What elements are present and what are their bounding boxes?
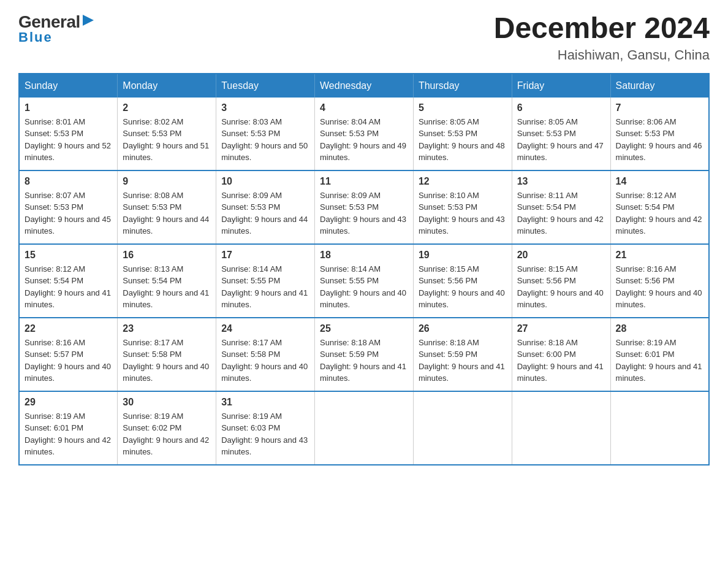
day-number: 13 (517, 176, 605, 187)
day-number: 24 (221, 323, 309, 334)
calendar-cell (315, 391, 414, 465)
calendar-cell: 2Sunrise: 8:02 AMSunset: 5:53 PMDaylight… (118, 98, 216, 170)
weekday-header-wednesday: Wednesday (315, 74, 414, 98)
day-number: 14 (616, 176, 703, 187)
weekday-header-monday: Monday (118, 74, 216, 98)
day-info: Sunrise: 8:19 AMSunset: 6:02 PMDaylight:… (123, 412, 209, 457)
day-number: 9 (123, 176, 211, 187)
day-number: 26 (419, 323, 507, 334)
day-info: Sunrise: 8:03 AMSunset: 5:53 PMDaylight:… (221, 117, 308, 163)
calendar-cell: 4Sunrise: 8:04 AMSunset: 5:53 PMDaylight… (315, 98, 414, 170)
calendar-cell (413, 391, 512, 465)
day-info: Sunrise: 8:19 AMSunset: 6:01 PMDaylight:… (25, 412, 111, 457)
day-number: 5 (419, 102, 507, 113)
day-number: 16 (123, 250, 211, 261)
location-subtitle: Haishiwan, Gansu, China (494, 47, 710, 63)
day-info: Sunrise: 8:05 AMSunset: 5:53 PMDaylight:… (419, 117, 505, 163)
day-info: Sunrise: 8:16 AMSunset: 5:56 PMDaylight:… (616, 264, 702, 310)
day-number: 10 (221, 176, 309, 187)
calendar-cell: 25Sunrise: 8:18 AMSunset: 5:59 PMDayligh… (315, 318, 414, 391)
calendar-week-row: 1Sunrise: 8:01 AMSunset: 5:53 PMDaylight… (19, 98, 709, 170)
calendar-cell: 6Sunrise: 8:05 AMSunset: 5:53 PMDaylight… (512, 98, 610, 170)
day-number: 17 (221, 250, 309, 261)
calendar-cell: 27Sunrise: 8:18 AMSunset: 6:00 PMDayligh… (512, 318, 610, 391)
day-number: 27 (517, 323, 605, 334)
calendar-cell (610, 391, 709, 465)
day-info: Sunrise: 8:19 AMSunset: 6:01 PMDaylight:… (616, 338, 702, 383)
weekday-header-row: SundayMondayTuesdayWednesdayThursdayFrid… (19, 74, 709, 98)
calendar-week-row: 29Sunrise: 8:19 AMSunset: 6:01 PMDayligh… (19, 391, 709, 465)
calendar-cell: 31Sunrise: 8:19 AMSunset: 6:03 PMDayligh… (216, 391, 315, 465)
calendar-cell: 21Sunrise: 8:16 AMSunset: 5:56 PMDayligh… (610, 244, 709, 318)
calendar-cell: 19Sunrise: 8:15 AMSunset: 5:56 PMDayligh… (413, 244, 512, 318)
day-info: Sunrise: 8:06 AMSunset: 5:53 PMDaylight:… (616, 117, 702, 163)
day-info: Sunrise: 8:11 AMSunset: 5:54 PMDaylight:… (517, 191, 604, 236)
calendar-cell: 18Sunrise: 8:14 AMSunset: 5:55 PMDayligh… (315, 244, 414, 318)
calendar-cell: 29Sunrise: 8:19 AMSunset: 6:01 PMDayligh… (19, 391, 118, 465)
calendar-cell: 15Sunrise: 8:12 AMSunset: 5:54 PMDayligh… (19, 244, 118, 318)
day-info: Sunrise: 8:15 AMSunset: 5:56 PMDaylight:… (517, 264, 604, 310)
day-number: 8 (25, 176, 112, 187)
day-number: 30 (123, 397, 211, 408)
calendar-cell: 11Sunrise: 8:09 AMSunset: 5:53 PMDayligh… (315, 170, 414, 244)
calendar-cell: 9Sunrise: 8:08 AMSunset: 5:53 PMDaylight… (118, 170, 216, 244)
calendar-cell: 28Sunrise: 8:19 AMSunset: 6:01 PMDayligh… (610, 318, 709, 391)
calendar-table: SundayMondayTuesdayWednesdayThursdayFrid… (18, 73, 710, 465)
day-info: Sunrise: 8:01 AMSunset: 5:53 PMDaylight:… (25, 117, 111, 163)
day-info: Sunrise: 8:09 AMSunset: 5:53 PMDaylight:… (320, 191, 406, 236)
day-info: Sunrise: 8:13 AMSunset: 5:54 PMDaylight:… (123, 264, 209, 310)
day-info: Sunrise: 8:04 AMSunset: 5:53 PMDaylight:… (320, 117, 406, 163)
day-number: 25 (320, 323, 408, 334)
calendar-cell: 30Sunrise: 8:19 AMSunset: 6:02 PMDayligh… (118, 391, 216, 465)
day-info: Sunrise: 8:12 AMSunset: 5:54 PMDaylight:… (25, 264, 111, 310)
day-info: Sunrise: 8:12 AMSunset: 5:54 PMDaylight:… (616, 191, 702, 236)
calendar-week-row: 22Sunrise: 8:16 AMSunset: 5:57 PMDayligh… (19, 318, 709, 391)
day-number: 6 (517, 102, 605, 113)
day-number: 23 (123, 323, 211, 334)
day-number: 29 (25, 397, 112, 408)
weekday-header-sunday: Sunday (19, 74, 118, 98)
day-number: 12 (419, 176, 507, 187)
calendar-cell: 3Sunrise: 8:03 AMSunset: 5:53 PMDaylight… (216, 98, 315, 170)
day-number: 28 (616, 323, 703, 334)
calendar-cell: 5Sunrise: 8:05 AMSunset: 5:53 PMDaylight… (413, 98, 512, 170)
calendar-cell: 7Sunrise: 8:06 AMSunset: 5:53 PMDaylight… (610, 98, 709, 170)
page-header: General Blue December 2024 Haishiwan, Ga… (18, 12, 710, 63)
calendar-week-row: 15Sunrise: 8:12 AMSunset: 5:54 PMDayligh… (19, 244, 709, 318)
day-info: Sunrise: 8:14 AMSunset: 5:55 PMDaylight:… (320, 264, 406, 310)
title-section: December 2024 Haishiwan, Gansu, China (494, 12, 710, 63)
day-info: Sunrise: 8:17 AMSunset: 5:58 PMDaylight:… (221, 338, 308, 383)
day-number: 31 (221, 397, 309, 408)
calendar-cell: 16Sunrise: 8:13 AMSunset: 5:54 PMDayligh… (118, 244, 216, 318)
calendar-cell: 22Sunrise: 8:16 AMSunset: 5:57 PMDayligh… (19, 318, 118, 391)
day-info: Sunrise: 8:14 AMSunset: 5:55 PMDaylight:… (221, 264, 308, 310)
weekday-header-saturday: Saturday (610, 74, 709, 98)
calendar-cell: 12Sunrise: 8:10 AMSunset: 5:53 PMDayligh… (413, 170, 512, 244)
day-number: 19 (419, 250, 507, 261)
calendar-cell: 13Sunrise: 8:11 AMSunset: 5:54 PMDayligh… (512, 170, 610, 244)
day-info: Sunrise: 8:05 AMSunset: 5:53 PMDaylight:… (517, 117, 604, 163)
calendar-week-row: 8Sunrise: 8:07 AMSunset: 5:53 PMDaylight… (19, 170, 709, 244)
day-info: Sunrise: 8:08 AMSunset: 5:53 PMDaylight:… (123, 191, 209, 236)
weekday-header-thursday: Thursday (413, 74, 512, 98)
logo: General Blue (18, 12, 95, 45)
day-info: Sunrise: 8:19 AMSunset: 6:03 PMDaylight:… (221, 412, 308, 457)
weekday-header-tuesday: Tuesday (216, 74, 315, 98)
day-number: 18 (320, 250, 408, 261)
day-number: 11 (320, 176, 408, 187)
calendar-cell: 20Sunrise: 8:15 AMSunset: 5:56 PMDayligh… (512, 244, 610, 318)
day-number: 15 (25, 250, 112, 261)
calendar-cell: 24Sunrise: 8:17 AMSunset: 5:58 PMDayligh… (216, 318, 315, 391)
day-number: 7 (616, 102, 703, 113)
calendar-cell: 23Sunrise: 8:17 AMSunset: 5:58 PMDayligh… (118, 318, 216, 391)
calendar-cell: 14Sunrise: 8:12 AMSunset: 5:54 PMDayligh… (610, 170, 709, 244)
day-number: 21 (616, 250, 703, 261)
calendar-cell: 8Sunrise: 8:07 AMSunset: 5:53 PMDaylight… (19, 170, 118, 244)
calendar-cell: 10Sunrise: 8:09 AMSunset: 5:53 PMDayligh… (216, 170, 315, 244)
day-number: 1 (25, 102, 112, 113)
svg-marker-0 (83, 15, 94, 26)
logo-arrow-icon (82, 13, 95, 27)
day-number: 4 (320, 102, 408, 113)
day-info: Sunrise: 8:18 AMSunset: 5:59 PMDaylight:… (419, 338, 505, 383)
day-info: Sunrise: 8:07 AMSunset: 5:53 PMDaylight:… (25, 191, 111, 236)
